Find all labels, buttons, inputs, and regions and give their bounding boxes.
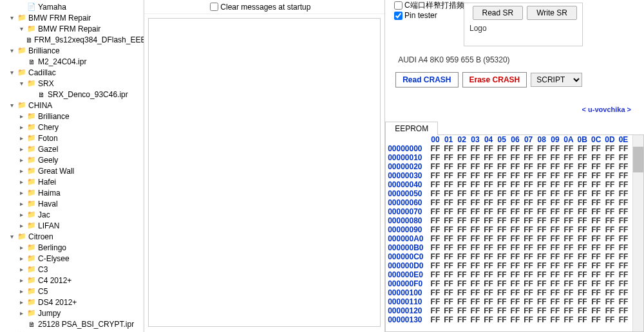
hex-byte[interactable]: FF (549, 306, 562, 315)
hex-byte[interactable]: FF (617, 162, 630, 171)
hex-byte[interactable]: FF (617, 306, 630, 315)
hex-byte[interactable]: FF (617, 243, 630, 252)
hex-byte[interactable]: FF (617, 216, 630, 225)
hex-byte[interactable]: FF (522, 198, 535, 207)
hex-byte[interactable]: FF (535, 315, 549, 324)
hex-byte[interactable]: FF (576, 189, 589, 198)
hex-byte[interactable]: FF (442, 144, 455, 153)
hex-byte[interactable]: FF (617, 279, 630, 288)
hex-byte[interactable]: FF (576, 306, 589, 315)
hex-byte[interactable]: FF (562, 234, 575, 243)
hex-byte[interactable]: FF (576, 225, 589, 234)
tree-item[interactable]: ▾SRX (0, 78, 144, 89)
hex-byte[interactable]: FF (455, 270, 469, 279)
hex-byte[interactable]: FF (617, 297, 630, 306)
hex-byte[interactable]: FF (509, 279, 522, 288)
hex-byte[interactable]: FF (576, 198, 589, 207)
hex-byte[interactable]: FF (549, 288, 562, 297)
hex-byte[interactable]: FF (562, 198, 575, 207)
hex-byte[interactable]: FF (509, 315, 522, 324)
hex-byte[interactable]: FF (482, 243, 495, 252)
hex-byte[interactable]: FF (495, 216, 509, 225)
hex-byte[interactable]: FF (455, 234, 469, 243)
chevron-right-icon[interactable]: ▸ (16, 189, 26, 196)
hex-byte[interactable]: FF (576, 243, 589, 252)
hex-byte[interactable]: FF (603, 261, 616, 270)
hex-byte[interactable]: FF (442, 189, 455, 198)
chevron-right-icon[interactable]: ▸ (16, 178, 26, 185)
hex-byte[interactable]: FF (495, 180, 509, 189)
hex-byte[interactable]: FF (455, 252, 469, 261)
chevron-right-icon[interactable]: ▸ (16, 299, 26, 306)
hex-byte[interactable]: FF (482, 252, 495, 261)
tree-item[interactable]: ▸Jac (0, 209, 144, 220)
hex-byte[interactable]: FF (535, 180, 549, 189)
hex-byte[interactable]: FF (576, 180, 589, 189)
hex-byte[interactable]: FF (429, 198, 442, 207)
erase-crash-button[interactable]: Erase CRASH (462, 72, 527, 88)
hex-byte[interactable]: FF (482, 315, 495, 324)
hex-byte[interactable]: FF (535, 216, 549, 225)
hex-byte[interactable]: FF (509, 261, 522, 270)
tree-item[interactable]: ▸C4 2012+ (0, 275, 144, 286)
hex-byte[interactable]: FF (522, 243, 535, 252)
credit-link[interactable]: < u-vovchika > (393, 106, 631, 113)
chevron-down-icon[interactable]: ▾ (16, 25, 26, 32)
tree-item[interactable]: ▸Gazel (0, 143, 144, 154)
hex-byte[interactable]: FF (562, 252, 575, 261)
hex-byte[interactable]: FF (469, 270, 482, 279)
hex-byte[interactable]: FF (562, 279, 575, 288)
hex-byte[interactable]: FF (442, 297, 455, 306)
tree-item[interactable]: ▾Brilliance (0, 45, 144, 56)
hex-byte[interactable]: FF (549, 279, 562, 288)
hex-byte[interactable]: FF (522, 189, 535, 198)
hex-byte[interactable]: FF (469, 306, 482, 315)
hex-byte[interactable]: FF (562, 243, 575, 252)
hex-byte[interactable]: FF (429, 270, 442, 279)
hex-byte[interactable]: FF (509, 180, 522, 189)
tree-panel[interactable]: Yamaha▾BMW FRM Repair▾BMW FRM RepairFRM_… (0, 0, 144, 332)
hex-byte[interactable]: FF (482, 234, 495, 243)
hex-byte[interactable]: FF (455, 153, 469, 162)
hex-byte[interactable]: FF (589, 270, 603, 279)
hex-byte[interactable]: FF (617, 189, 630, 198)
hex-byte[interactable]: FF (522, 252, 535, 261)
hex-byte[interactable]: FF (535, 198, 549, 207)
hex-byte[interactable]: FF (535, 162, 549, 171)
chevron-down-icon[interactable]: ▾ (6, 14, 17, 21)
hex-byte[interactable]: FF (495, 288, 509, 297)
hex-byte[interactable]: FF (589, 216, 603, 225)
hex-byte[interactable]: FF (549, 234, 562, 243)
hex-byte[interactable]: FF (429, 162, 442, 171)
hex-byte[interactable]: FF (442, 234, 455, 243)
hex-byte[interactable]: FF (429, 171, 442, 180)
hex-byte[interactable]: FF (589, 306, 603, 315)
hex-byte[interactable]: FF (442, 279, 455, 288)
chevron-right-icon[interactable]: ▸ (16, 277, 26, 284)
read-sr-button[interactable]: Read SR (473, 6, 524, 20)
hex-byte[interactable]: FF (455, 144, 469, 153)
write-sr-button[interactable]: Write SR (527, 6, 577, 20)
hex-byte[interactable]: FF (549, 198, 562, 207)
hex-byte[interactable]: FF (617, 261, 630, 270)
hex-byte[interactable]: FF (429, 279, 442, 288)
chevron-right-icon[interactable]: ▸ (16, 266, 26, 273)
hex-byte[interactable]: FF (562, 315, 575, 324)
hex-byte[interactable]: FF (482, 144, 495, 153)
hex-byte[interactable]: FF (509, 225, 522, 234)
hex-byte[interactable]: FF (576, 207, 589, 216)
chevron-right-icon[interactable]: ▸ (16, 309, 26, 317)
hex-byte[interactable]: FF (549, 225, 562, 234)
hex-byte[interactable]: FF (576, 279, 589, 288)
hex-byte[interactable]: FF (617, 288, 630, 297)
hex-byte[interactable]: FF (442, 243, 455, 252)
tree-item[interactable]: FRM_9s12xeq384_DFlash_EEE_ed2.i (0, 34, 144, 45)
hex-byte[interactable]: FF (442, 207, 455, 216)
hex-byte[interactable]: FF (617, 207, 630, 216)
hex-byte[interactable]: FF (576, 288, 589, 297)
hex-byte[interactable]: FF (549, 162, 562, 171)
hex-byte[interactable]: FF (482, 216, 495, 225)
hex-byte[interactable]: FF (603, 315, 616, 324)
hex-byte[interactable]: FF (495, 234, 509, 243)
hex-byte[interactable]: FF (469, 162, 482, 171)
